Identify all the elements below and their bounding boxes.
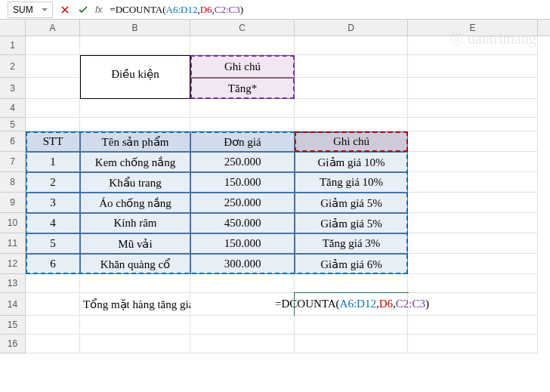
td-stt-5[interactable]: 6 — [26, 254, 80, 274]
confirm-button[interactable] — [74, 2, 92, 18]
cell-D13[interactable] — [295, 274, 408, 293]
row-header-15[interactable]: 15 — [0, 316, 26, 335]
td-ten-3[interactable]: Kính râm — [80, 213, 190, 233]
cell-B4[interactable] — [80, 99, 190, 118]
cell-D3[interactable] — [295, 78, 408, 99]
cell-C4[interactable] — [190, 99, 295, 118]
name-box[interactable]: SUM — [8, 2, 53, 18]
cell-E10[interactable] — [408, 213, 538, 233]
row-header-11[interactable]: 11 — [0, 233, 26, 254]
row-header-7[interactable]: 7 — [0, 152, 26, 172]
fx-label[interactable]: fx — [92, 5, 105, 15]
col-header-C[interactable]: C — [190, 20, 295, 35]
td-stt-3[interactable]: 4 — [26, 213, 80, 233]
td-ghichu-2[interactable]: Giảm giá 5% — [295, 193, 408, 213]
cell-B16[interactable] — [80, 335, 190, 353]
cell-B15[interactable] — [80, 316, 190, 335]
cell-B1[interactable] — [80, 36, 190, 55]
cell-A2[interactable] — [26, 55, 80, 78]
cell-D16[interactable] — [295, 335, 408, 353]
row-header-6[interactable]: 6 — [0, 131, 26, 152]
cell-E13[interactable] — [408, 274, 538, 293]
cell-E6[interactable] — [408, 131, 538, 152]
th-stt[interactable]: STT — [26, 131, 80, 152]
col-header-A[interactable]: A — [26, 20, 80, 35]
td-gia-0[interactable]: 250.000 — [190, 152, 295, 172]
td-gia-5[interactable]: 300.000 — [190, 254, 295, 274]
td-gia-2[interactable]: 250.000 — [190, 193, 295, 213]
cell-E5[interactable] — [408, 118, 538, 131]
cell-E11[interactable] — [408, 233, 538, 254]
cell-A14[interactable] — [26, 293, 80, 316]
cell-A4[interactable] — [26, 99, 80, 118]
col-header-B[interactable]: B — [80, 20, 190, 35]
th-ghichu[interactable]: Ghi chú — [295, 131, 408, 152]
cell-A13[interactable] — [26, 274, 80, 293]
td-ghichu-4[interactable]: Tăng giá 3% — [295, 233, 408, 254]
criteria-value[interactable]: Tăng* — [190, 78, 295, 99]
cell-C13[interactable] — [190, 274, 295, 293]
formula-input[interactable]: =DCOUNTA(A6:D12,D6,C2:C3) — [105, 2, 550, 18]
cell-E12[interactable] — [408, 254, 538, 274]
cell-C1[interactable] — [190, 36, 295, 55]
row-header-2[interactable]: 2 — [0, 55, 26, 78]
summary-label[interactable]: Tổng mặt hàng tăng giá bán — [80, 293, 190, 316]
row-header-1[interactable]: 1 — [0, 36, 26, 55]
row-header-9[interactable]: 9 — [0, 193, 26, 213]
cell-E15[interactable] — [408, 316, 538, 335]
td-gia-3[interactable]: 450.000 — [190, 213, 295, 233]
cell-D15[interactable] — [295, 316, 408, 335]
row-header-13[interactable]: 13 — [0, 274, 26, 293]
td-ghichu-1[interactable]: Tăng giá 10% — [295, 172, 408, 193]
cell-E16[interactable] — [408, 335, 538, 353]
cell-E7[interactable] — [408, 152, 538, 172]
cell-E8[interactable] — [408, 172, 538, 193]
th-gia[interactable]: Đơn giá — [190, 131, 295, 152]
cell-C5[interactable] — [190, 118, 295, 131]
cancel-button[interactable] — [56, 2, 74, 18]
row-header-10[interactable]: 10 — [0, 213, 26, 233]
cell-D4[interactable] — [295, 99, 408, 118]
row-header-14[interactable]: 14 — [0, 293, 26, 316]
td-ghichu-3[interactable]: Giảm giá 5% — [295, 213, 408, 233]
td-stt-1[interactable]: 2 — [26, 172, 80, 193]
td-stt-0[interactable]: 1 — [26, 152, 80, 172]
row-header-3[interactable]: 3 — [0, 78, 26, 99]
row-header-12[interactable]: 12 — [0, 254, 26, 274]
row-header-16[interactable]: 16 — [0, 335, 26, 353]
criteria-header[interactable]: Ghi chú — [190, 55, 295, 78]
cell-B5[interactable] — [80, 118, 190, 131]
cell-E3[interactable] — [408, 78, 538, 99]
td-stt-2[interactable]: 3 — [26, 193, 80, 213]
td-gia-4[interactable]: 150.000 — [190, 233, 295, 254]
td-ghichu-0[interactable]: Giảm giá 10% — [295, 152, 408, 172]
spreadsheet-grid[interactable]: A B C D E 1 2 Ghi chú 3 Điều kiện — [0, 20, 550, 353]
cell-E4[interactable] — [408, 99, 538, 118]
cell-D1[interactable] — [295, 36, 408, 55]
row-header-4[interactable]: 4 — [0, 99, 26, 118]
cell-E2[interactable] — [408, 55, 538, 78]
cell-B13[interactable] — [80, 274, 190, 293]
cell-D2[interactable] — [295, 55, 408, 78]
select-all-corner[interactable] — [0, 20, 26, 35]
cell-A15[interactable] — [26, 316, 80, 335]
th-ten[interactable]: Tên sản phẩm — [80, 131, 190, 152]
td-ten-1[interactable]: Khẩu trang — [80, 172, 190, 193]
col-header-D[interactable]: D — [295, 20, 408, 35]
cell-A16[interactable] — [26, 335, 80, 353]
cell-D14-formula[interactable]: =DCOUNTA(A6:D12,D6,C2:C3) — [295, 293, 408, 316]
criteria-label[interactable]: Điều kiện — [80, 78, 190, 99]
td-ten-4[interactable]: Mũ vải — [80, 233, 190, 254]
cell-A1[interactable] — [26, 36, 80, 55]
cell-D5[interactable] — [295, 118, 408, 131]
cell-A3[interactable] — [26, 78, 80, 99]
cell-C15[interactable] — [190, 316, 295, 335]
td-ghichu-5[interactable]: Giảm giá 6% — [295, 254, 408, 274]
td-gia-1[interactable]: 150.000 — [190, 172, 295, 193]
td-ten-5[interactable]: Khăn quàng cổ — [80, 254, 190, 274]
cell-C16[interactable] — [190, 335, 295, 353]
cell-E9[interactable] — [408, 193, 538, 213]
cell-A5[interactable] — [26, 118, 80, 131]
row-header-5[interactable]: 5 — [0, 118, 26, 131]
td-ten-2[interactable]: Áo chống nắng — [80, 193, 190, 213]
